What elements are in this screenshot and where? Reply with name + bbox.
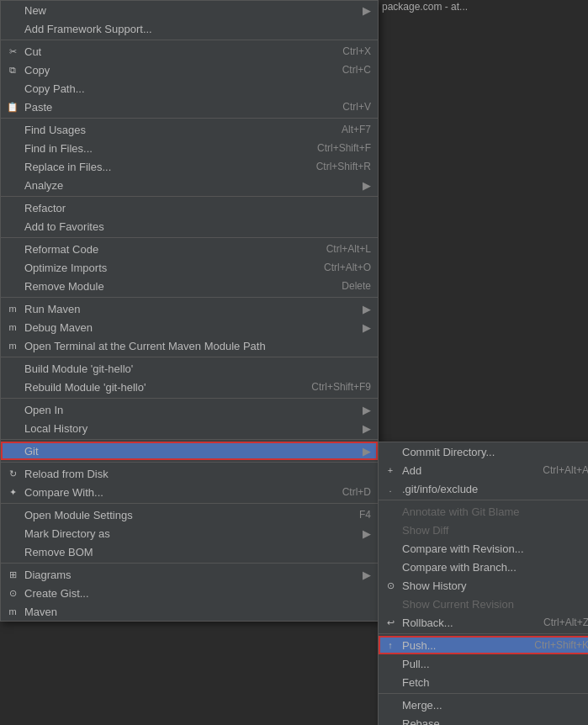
- cut-label: Cut: [24, 45, 326, 58]
- annotate-label: Annotate with Git Blame: [402, 505, 588, 518]
- add-to-favorites-label: Add to Favorites: [24, 220, 371, 233]
- menu-item-add-to-favorites[interactable]: Add to Favorites: [1, 217, 378, 235]
- menu-item-compare-with[interactable]: ✦Compare With...Ctrl+D: [1, 483, 378, 501]
- menu-separator: [1, 237, 378, 238]
- menu-item-run-maven[interactable]: mRun Maven▶: [1, 299, 378, 318]
- git-label: Git: [24, 445, 359, 458]
- menu-separator: [1, 297, 378, 298]
- menu-item-open-module-settings[interactable]: Open Module SettingsF4: [1, 505, 378, 524]
- menu-item-reformat-code[interactable]: Reformat CodeCtrl+Alt+L: [1, 240, 378, 258]
- mark-directory-as-arrow: ▶: [363, 527, 371, 540]
- menu-separator: [1, 563, 378, 564]
- debug-maven-icon: m: [6, 320, 19, 334]
- diagrams-icon: ⊞: [6, 568, 19, 581]
- remove-module-shortcut: Delete: [342, 280, 371, 292]
- menu-item-cut[interactable]: ✂CutCtrl+X: [1, 42, 378, 61]
- menu-item-new[interactable]: New▶: [1, 1, 378, 19]
- copy-label: Copy: [24, 64, 326, 77]
- paste-shortcut: Ctrl+V: [342, 101, 371, 113]
- new-arrow: ▶: [363, 4, 371, 17]
- compare-revision-label: Compare with Revision...: [402, 542, 588, 555]
- add-label: Add: [402, 464, 526, 477]
- menu-item-optimize-imports[interactable]: Optimize ImportsCtrl+Alt+O: [1, 258, 378, 277]
- menu-item-remove-module[interactable]: Remove ModuleDelete: [1, 277, 378, 295]
- find-usages-label: Find Usages: [24, 124, 325, 136]
- analyze-label: Analyze: [24, 179, 359, 192]
- paste-icon: 📋: [6, 100, 19, 114]
- git-menu-item-merge[interactable]: Merge...: [379, 696, 588, 714]
- open-terminal-label: Open Terminal at the Current Maven Modul…: [24, 340, 371, 352]
- git-menu-item-show-current-revision[interactable]: Show Current Revision: [379, 595, 588, 613]
- git-menu-item-rollback[interactable]: ↩Rollback...Ctrl+Alt+Z: [379, 613, 588, 632]
- mark-directory-as-label: Mark Directory as: [24, 527, 359, 540]
- paste-label: Paste: [24, 101, 326, 114]
- menu-item-create-gist[interactable]: ⊙Create Gist...: [1, 584, 378, 602]
- menu-separator: [1, 118, 378, 119]
- pull-label: Pull...: [402, 658, 588, 670]
- gitinfo-label: .git/info/exclude: [402, 483, 588, 495]
- gitinfo-icon: .: [384, 482, 397, 495]
- menu-item-open-in[interactable]: Open In▶: [1, 400, 378, 419]
- menu-item-refactor[interactable]: Refactor: [1, 198, 378, 217]
- git-menu-item-compare-revision[interactable]: Compare with Revision...: [379, 539, 588, 558]
- menu-separator: [1, 462, 378, 463]
- maven-label: Maven: [24, 606, 371, 618]
- git-menu-item-show-history[interactable]: ⊙Show History: [379, 576, 588, 595]
- git-menu-item-pull[interactable]: Pull...: [379, 654, 588, 673]
- git-menu-item-commit-dir[interactable]: Commit Directory...: [379, 442, 588, 461]
- menu-item-paste[interactable]: 📋PasteCtrl+V: [1, 98, 378, 116]
- run-maven-label: Run Maven: [24, 303, 359, 315]
- git-menu-item-rebase[interactable]: Rebase...: [379, 714, 588, 725]
- menu-item-debug-maven[interactable]: mDebug Maven▶: [1, 318, 378, 336]
- menu-item-copy-path[interactable]: Copy Path...: [1, 79, 378, 98]
- menu-item-find-usages[interactable]: Find UsagesAlt+F7: [1, 120, 378, 139]
- main-context-menu: New▶Add Framework Support...✂CutCtrl+X⧉C…: [0, 0, 379, 622]
- menu-item-remove-bom[interactable]: Remove BOM: [1, 542, 378, 561]
- compare-branch-label: Compare with Branch...: [402, 561, 588, 574]
- local-history-arrow: ▶: [363, 422, 371, 435]
- find-in-files-label: Find in Files...: [24, 142, 300, 155]
- git-menu-item-show-diff[interactable]: Show Diff: [379, 521, 588, 539]
- menu-item-git[interactable]: Git▶: [1, 442, 378, 460]
- menu-separator: [1, 196, 378, 197]
- open-terminal-icon: m: [6, 339, 19, 352]
- menu-item-maven[interactable]: mMaven: [1, 602, 378, 621]
- reload-from-disk-label: Reload from Disk: [24, 468, 371, 480]
- menu-item-build-module[interactable]: Build Module 'git-hello': [1, 359, 378, 378]
- add-framework-label: Add Framework Support...: [24, 23, 371, 35]
- menu-item-find-in-files[interactable]: Find in Files...Ctrl+Shift+F: [1, 139, 378, 157]
- git-menu-item-compare-branch[interactable]: Compare with Branch...: [379, 558, 588, 576]
- analyze-arrow: ▶: [363, 179, 371, 192]
- open-in-arrow: ▶: [363, 404, 371, 416]
- add-shortcut: Ctrl+Alt+A: [543, 464, 588, 476]
- rebase-label: Rebase...: [402, 717, 588, 726]
- reformat-code-shortcut: Ctrl+Alt+L: [326, 243, 371, 255]
- menu-separator: [1, 439, 378, 440]
- menu-item-reload-from-disk[interactable]: ↻Reload from Disk: [1, 464, 378, 483]
- git-submenu-separator: [379, 500, 588, 500]
- git-arrow: ▶: [363, 445, 371, 458]
- git-menu-item-gitinfo[interactable]: ..git/info/exclude: [379, 479, 588, 498]
- git-menu-item-push[interactable]: ↑Push...Ctrl+Shift+K: [379, 636, 588, 654]
- git-menu-item-add[interactable]: +AddCtrl+Alt+A: [379, 461, 588, 479]
- git-menu-item-annotate[interactable]: Annotate with Git Blame: [379, 502, 588, 521]
- menu-item-mark-directory-as[interactable]: Mark Directory as▶: [1, 524, 378, 542]
- git-menu-item-fetch[interactable]: Fetch: [379, 673, 588, 691]
- compare-with-label: Compare With...: [24, 486, 326, 499]
- menu-item-diagrams[interactable]: ⊞Diagrams▶: [1, 565, 378, 584]
- menu-item-replace-in-files[interactable]: Replace in Files...Ctrl+Shift+R: [1, 157, 378, 176]
- menu-item-add-framework[interactable]: Add Framework Support...: [1, 19, 378, 38]
- compare-with-icon: ✦: [6, 485, 19, 499]
- show-history-icon: ⊙: [384, 579, 397, 592]
- optimize-imports-shortcut: Ctrl+Alt+O: [324, 262, 371, 273]
- remove-module-label: Remove Module: [24, 280, 325, 293]
- menu-item-rebuild-module[interactable]: Rebuild Module 'git-hello'Ctrl+Shift+F9: [1, 378, 378, 396]
- menu-item-copy[interactable]: ⧉CopyCtrl+C: [1, 61, 378, 79]
- open-module-settings-shortcut: F4: [359, 509, 371, 521]
- menu-item-local-history[interactable]: Local History▶: [1, 419, 378, 437]
- menu-item-analyze[interactable]: Analyze▶: [1, 176, 378, 194]
- copy-icon: ⧉: [6, 63, 19, 77]
- remove-bom-label: Remove BOM: [24, 546, 371, 558]
- diagrams-arrow: ▶: [363, 569, 371, 581]
- menu-item-open-terminal[interactable]: mOpen Terminal at the Current Maven Modu…: [1, 336, 378, 355]
